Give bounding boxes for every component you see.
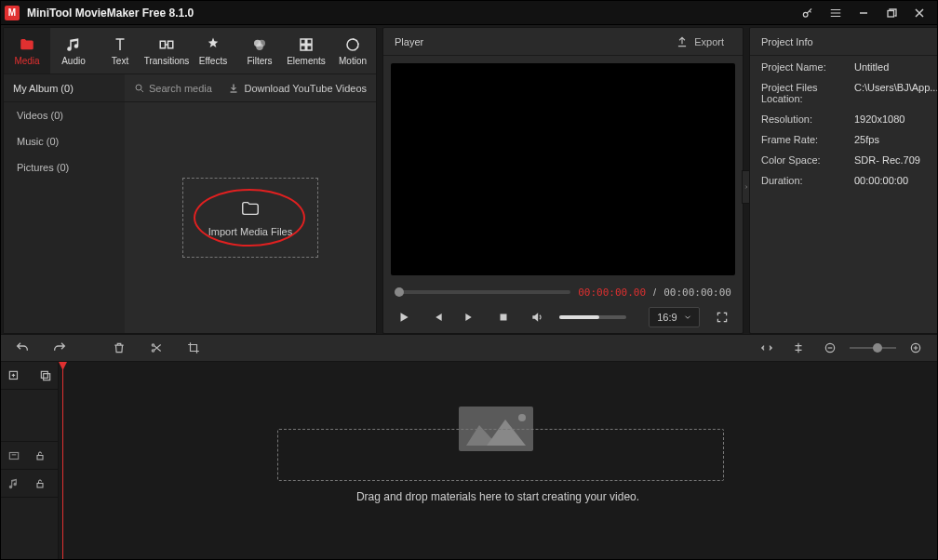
lock-track-button[interactable]: [28, 472, 52, 496]
info-value: 1920x1080: [854, 113, 938, 125]
tab-motion[interactable]: Motion: [329, 28, 376, 73]
info-value: 25fps: [854, 134, 938, 145]
menu-icon[interactable]: [822, 1, 850, 25]
collapse-right-panel[interactable]: [742, 170, 749, 204]
tab-label: Text: [112, 56, 128, 66]
svg-rect-1: [888, 10, 894, 17]
search-media[interactable]: Search media: [134, 83, 212, 94]
seek-row: 00:00:00.00 / 00:00:00:00: [383, 283, 743, 301]
delete-button[interactable]: [107, 336, 131, 360]
music-note-icon: [65, 35, 82, 54]
close-button[interactable]: [905, 1, 933, 25]
project-info-grid: Project Name: Untitled Project Files Loc…: [750, 56, 938, 192]
timeline-marker-button[interactable]: [786, 336, 811, 360]
license-key-icon[interactable]: [794, 1, 822, 25]
next-frame-button[interactable]: [459, 305, 481, 329]
titlebar: M MiniTool MovieMaker Free 8.1.0: [1, 1, 937, 25]
info-label: Resolution:: [761, 113, 854, 125]
play-button[interactable]: [393, 305, 415, 329]
tab-label: Effects: [199, 56, 227, 66]
zoom-slider[interactable]: [850, 347, 896, 349]
album-videos[interactable]: Videos (0): [4, 102, 125, 128]
elements-icon: [298, 35, 315, 54]
media-body: My Album (0) Videos (0) Music (0) Pictur…: [4, 74, 376, 333]
fullscreen-button[interactable]: [711, 305, 733, 329]
motion-icon: [344, 35, 361, 54]
tab-audio[interactable]: Audio: [50, 28, 97, 73]
audio-track-header: [1, 470, 58, 498]
video-preview[interactable]: [391, 63, 735, 275]
text-icon: [112, 35, 128, 54]
svg-rect-19: [41, 371, 47, 378]
album-list: My Album (0) Videos (0) Music (0) Pictur…: [4, 74, 125, 333]
tab-filters[interactable]: Filters: [236, 28, 283, 73]
volume-button[interactable]: [526, 305, 548, 329]
search-placeholder: Search media: [149, 83, 212, 94]
timeline-toolbar: [1, 334, 937, 362]
import-media-dropzone[interactable]: Import Media Files: [182, 178, 318, 258]
player-panel: Player Export 00:00:00.00 / 00:00:00:00 …: [382, 27, 744, 334]
stop-button[interactable]: [492, 305, 515, 329]
folder-icon: [18, 35, 36, 54]
track-headers: [1, 362, 59, 559]
crop-button[interactable]: [181, 336, 206, 360]
upper-area: Media Audio Text Transitions Effects Fil…: [1, 25, 937, 334]
tab-media[interactable]: Media: [4, 28, 50, 73]
info-label: Project Files Location:: [761, 82, 854, 104]
project-info-panel: Project Info Project Name: Untitled Proj…: [749, 27, 938, 334]
tab-elements[interactable]: Elements: [283, 28, 329, 73]
svg-rect-10: [307, 46, 312, 50]
volume-slider[interactable]: [559, 315, 627, 319]
media-topbar: Search media Download YouTube Videos: [125, 74, 376, 102]
svg-rect-22: [37, 455, 43, 460]
download-youtube-label: Download YouTube Videos: [245, 83, 368, 94]
album-pictures[interactable]: Pictures (0): [4, 154, 125, 180]
timeline-tracks[interactable]: Drag and drop materials here to start cr…: [59, 362, 937, 559]
redo-button[interactable]: [47, 336, 72, 360]
album-header[interactable]: My Album (0): [4, 74, 125, 102]
tab-label: Audio: [61, 56, 86, 66]
project-info-header: Project Info: [750, 28, 938, 56]
tab-text[interactable]: Text: [97, 28, 143, 73]
time-current: 00:00:00.00: [578, 287, 646, 299]
info-value: Untitled: [854, 61, 938, 73]
add-track-button[interactable]: [2, 364, 26, 388]
seek-bar[interactable]: [395, 290, 570, 294]
zoom-out-button[interactable]: [818, 336, 842, 360]
zoom-in-button[interactable]: [904, 336, 928, 360]
lock-track-button[interactable]: [28, 444, 52, 468]
tab-label: Motion: [339, 56, 367, 66]
undo-button[interactable]: [10, 336, 34, 360]
prev-frame-button[interactable]: [426, 305, 449, 329]
export-button[interactable]: Export: [668, 32, 731, 52]
svg-point-15: [152, 350, 154, 352]
svg-rect-8: [307, 39, 312, 44]
filters-icon: [251, 35, 268, 54]
effects-icon: [205, 35, 221, 54]
download-youtube-link[interactable]: Download YouTube Videos: [228, 83, 368, 94]
playhead[interactable]: [62, 362, 63, 559]
export-label: Export: [694, 36, 724, 47]
text-track-icon: [7, 449, 20, 462]
maximize-button[interactable]: [878, 1, 905, 25]
info-label: Project Name:: [761, 61, 854, 73]
info-value: C:\Users\BJ\App...: [854, 82, 938, 104]
aspect-ratio-select[interactable]: 16:9: [649, 307, 700, 327]
fit-timeline-button[interactable]: [755, 336, 779, 360]
zoom-controls: [755, 336, 928, 360]
chevron-down-icon: [683, 313, 692, 322]
split-button[interactable]: [144, 336, 168, 360]
album-music[interactable]: Music (0): [4, 128, 125, 154]
info-value: 00:00:00:00: [854, 175, 938, 186]
svg-point-14: [152, 344, 154, 346]
tab-effects[interactable]: Effects: [190, 28, 236, 73]
duplicate-track-button[interactable]: [34, 364, 58, 388]
minimize-button[interactable]: [850, 1, 878, 25]
timeline-dropzone[interactable]: [277, 429, 724, 481]
tab-transitions[interactable]: Transitions: [143, 28, 190, 73]
export-icon: [676, 35, 689, 48]
tab-label: Media: [14, 56, 39, 66]
media-panel: Media Audio Text Transitions Effects Fil…: [3, 27, 377, 334]
timeline: Drag and drop materials here to start cr…: [1, 362, 937, 559]
time-separator: /: [653, 287, 656, 298]
